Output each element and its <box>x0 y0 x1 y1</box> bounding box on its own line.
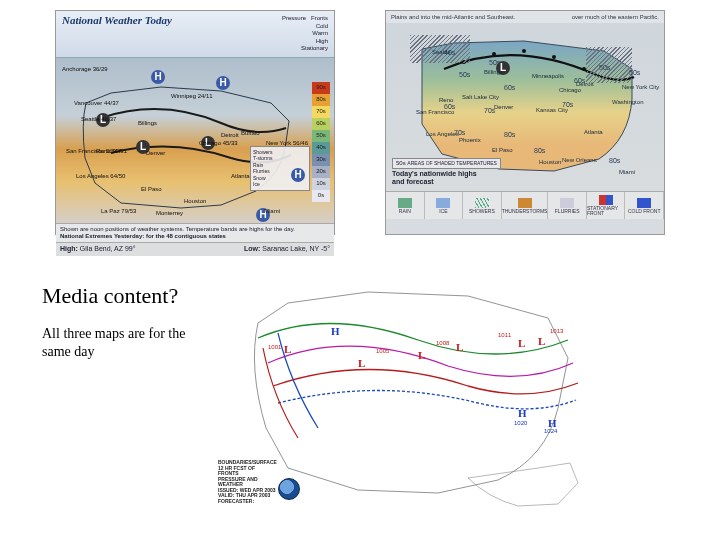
city-label: New York 56/46 <box>266 140 308 146</box>
city-label: New Orleans <box>562 157 597 163</box>
city-label: Vancouver 44/37 <box>74 100 119 106</box>
slide-text: Media content? All three maps are for th… <box>42 282 217 361</box>
city-label: Houston <box>539 159 561 165</box>
svg-point-3 <box>552 55 556 59</box>
map-a-title: National Weather Today <box>62 15 172 53</box>
city-label: Reno 50/31 <box>96 148 127 154</box>
noaa-synoptic-chart <box>218 268 608 518</box>
city-label: Seattle 46/37 <box>81 116 116 122</box>
temp-band-label: 50s <box>459 71 470 78</box>
isobar-val: 1024 <box>544 428 557 434</box>
icon-coldfront: COLD FRONT <box>625 192 664 219</box>
icon-ice: ICE <box>425 192 464 219</box>
temp-band-label: 60s <box>504 84 515 91</box>
map-b-caption: Plains and into the mid-Atlantic and Sou… <box>386 11 664 23</box>
city-label: Winnipeg 24/11 <box>171 93 213 99</box>
city-label: Billings <box>484 69 503 75</box>
city-label: Monterrey <box>156 210 183 216</box>
pressure-l: L <box>538 336 545 347</box>
pressure-h: H <box>151 70 165 84</box>
map-a-extremes: High: Gila Bend, AZ 99° Low: Saranac Lak… <box>56 242 334 255</box>
pressure-l: L <box>456 342 463 353</box>
isobar-val: 1011 <box>498 332 511 338</box>
city-label: Chicago <box>559 87 581 93</box>
slide-question: Media content? <box>42 282 217 311</box>
weather-map-b: Plains and into the mid-Atlantic and Sou… <box>385 10 665 235</box>
icon-rain: RAIN <box>386 192 425 219</box>
temp-band-label: 50s <box>599 64 610 71</box>
map-b-body: L 40s50s60s50s60s70s70s80s80s70s60s50s50… <box>386 23 664 191</box>
temp-band-label: 80s <box>504 131 515 138</box>
isobar-val: 1001 <box>268 344 281 350</box>
city-label: Miami <box>619 169 635 175</box>
temp-band-label: 80s <box>609 157 620 164</box>
city-label: Kansas City <box>536 107 568 113</box>
pressure-h: H <box>216 76 230 90</box>
map-a-titlebar: National Weather Today Pressure Fronts C… <box>56 11 334 58</box>
city-label: Miami <box>264 208 280 214</box>
city-label: Billings <box>138 120 157 126</box>
pressure-l: L <box>284 344 291 355</box>
icon-flurries: FLURRIES <box>548 192 587 219</box>
city-label: Buffalo <box>241 130 260 136</box>
map-a-top-legend: Pressure Fronts Cold Warm High Stationar… <box>282 15 328 53</box>
map-b-icon-row: RAIN ICE SHOWERS THUNDERSTORMS FLURRIES … <box>386 191 664 219</box>
city-label: Detroit <box>576 81 594 87</box>
city-label: Salt Lake City <box>462 94 499 100</box>
city-label: El Paso <box>141 186 162 192</box>
city-label: Houston <box>184 198 206 204</box>
icon-showers: SHOWERS <box>463 192 502 219</box>
pressure-h: H <box>291 168 305 182</box>
city-label: Los Angeles 64/50 <box>76 173 125 179</box>
map-b-forecast-label: 50s AREAS OF SHADED TEMPERATURES Today's… <box>392 158 501 185</box>
map-a-footer-1: Shown are noon positions of weather syst… <box>56 223 334 242</box>
icon-tstorms: THUNDERSTORMS <box>502 192 549 219</box>
pressure-l: L <box>418 350 425 361</box>
isobar-val: 1020 <box>514 420 527 426</box>
pressure-l: L <box>358 358 365 369</box>
weather-map-a: National Weather Today Pressure Fronts C… <box>55 10 335 235</box>
city-label: Minneapolis <box>532 73 564 79</box>
svg-point-1 <box>492 52 496 56</box>
city-label: Atlanta <box>584 129 603 135</box>
temp-scale: 90s 80s 70s 60s 50s 40s 30s 20s 10s 0s <box>312 82 330 202</box>
city-label: Phoenix <box>459 137 481 143</box>
weather-map-c: LHLLLLLHH 1001 1005 1008 1011 1013 1020 … <box>218 268 608 518</box>
city-label: Detroit <box>221 132 239 138</box>
pressure-h: H <box>518 408 527 419</box>
city-label: La Paz 79/53 <box>101 208 136 214</box>
slide-note: All three maps are for the same day <box>42 325 217 361</box>
city-label: Denver <box>146 150 165 156</box>
icon-stationary: STATIONARY FRONT <box>587 192 626 219</box>
city-label: Chicago 45/33 <box>199 140 238 146</box>
isobar-val: 1008 <box>436 340 449 346</box>
city-label: San Francisco <box>416 109 454 115</box>
city-label: Anchorage 36/29 <box>62 66 108 72</box>
temp-band-label: 50s <box>489 59 500 66</box>
city-label: El Paso <box>492 147 513 153</box>
svg-point-2 <box>522 49 526 53</box>
city-label: Los Angeles <box>426 131 459 137</box>
city-label: Reno <box>439 97 453 103</box>
city-label: Denver <box>494 104 513 110</box>
isobar-val: 1005 <box>376 348 389 354</box>
city-label: Washington <box>612 99 643 105</box>
city-label: New York City <box>622 84 659 90</box>
map-a-body: 90s 80s 70s 60s 50s 40s 30s 20s 10s 0s S… <box>56 58 334 223</box>
temp-band-label: 80s <box>534 147 545 154</box>
temp-band-label: 50s <box>629 69 640 76</box>
map-c-credit: BOUNDARIES/SURFACE 12 HR FCST OF FRONTS … <box>218 460 276 504</box>
noaa-logo-icon <box>278 478 300 500</box>
city-label: Seattle <box>432 49 451 55</box>
city-label: Atlanta <box>231 173 250 179</box>
pressure-h: H <box>331 326 340 337</box>
isobar-val: 1013 <box>550 328 563 334</box>
pressure-l: L <box>518 338 525 349</box>
